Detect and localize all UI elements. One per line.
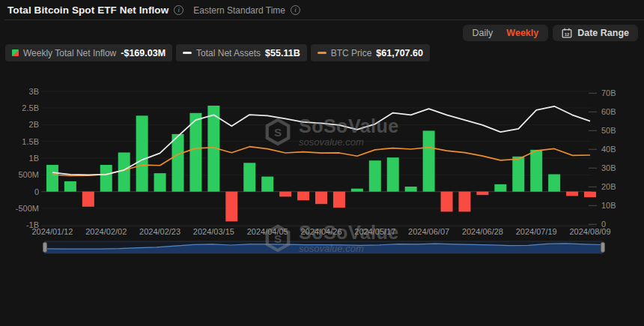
left-axis-label: 2B bbox=[29, 120, 39, 129]
right-axis-label: 30B bbox=[601, 163, 616, 172]
inflow-swatch-icon bbox=[12, 49, 19, 56]
net-inflow-bar[interactable] bbox=[423, 130, 435, 191]
net-inflow-bar[interactable] bbox=[351, 189, 363, 192]
net-inflow-bar[interactable] bbox=[297, 192, 309, 201]
legend-label: BTC Price bbox=[331, 48, 372, 58]
legend-label: Weekly Total Net Inflow bbox=[23, 48, 116, 58]
etf-dashboard: Total Bitcoin Spot ETF Net Inflow i East… bbox=[0, 0, 644, 326]
legend-chip-btc-price[interactable]: BTC Price $61,707.60 bbox=[311, 44, 430, 61]
navigator-handle-left[interactable] bbox=[43, 243, 47, 253]
right-axis-label: 20B bbox=[601, 182, 616, 191]
net-assets-line[interactable] bbox=[52, 106, 590, 175]
net-inflow-bar[interactable] bbox=[458, 192, 470, 212]
daily-button[interactable]: Daily bbox=[466, 28, 500, 38]
net-inflow-bar[interactable] bbox=[405, 187, 417, 192]
left-axis-label: 0 bbox=[34, 187, 39, 196]
x-axis-label: 2024/06/07 bbox=[408, 227, 449, 236]
legend-chip-net-inflow[interactable]: Weekly Total Net Inflow -$169.03M bbox=[5, 44, 172, 61]
net-inflow-bar[interactable] bbox=[512, 157, 524, 192]
net-inflow-bar[interactable] bbox=[172, 134, 184, 192]
page-title: Total Bitcoin Spot ETF Net Inflow bbox=[7, 4, 168, 16]
net-inflow-bar[interactable] bbox=[261, 177, 273, 192]
left-axis-label: -500M bbox=[16, 204, 39, 213]
net-inflow-bar[interactable] bbox=[315, 192, 327, 205]
etf-inflow-chart[interactable]: 3B2.5B2B1.5B1B500M0-500M-1B70B60B50B40B3… bbox=[0, 71, 644, 259]
net-inflow-bar[interactable] bbox=[530, 150, 542, 192]
x-axis-label: 2024/04/05 bbox=[247, 227, 288, 236]
x-axis-label: 2024/07/19 bbox=[516, 227, 557, 236]
view-toggle: Daily Weekly bbox=[463, 25, 549, 41]
x-axis-label: 2024/02/23 bbox=[139, 227, 180, 236]
svg-text:12: 12 bbox=[565, 32, 570, 37]
net-inflow-bar[interactable] bbox=[136, 115, 148, 191]
net-inflow-bar[interactable] bbox=[189, 113, 201, 192]
header: Total Bitcoin Spot ETF Net Inflow i East… bbox=[7, 4, 300, 16]
net-inflow-bar[interactable] bbox=[118, 152, 130, 191]
legend-chip-net-assets[interactable]: Total Net Assets $55.11B bbox=[176, 44, 307, 61]
legend-value: $55.11B bbox=[265, 48, 300, 58]
net-inflow-bar[interactable] bbox=[100, 165, 112, 192]
right-axis-label: 50B bbox=[601, 126, 616, 135]
net-inflow-bar[interactable] bbox=[369, 160, 381, 192]
x-axis-label: 2024/08/09 bbox=[570, 227, 611, 236]
net-inflow-bar[interactable] bbox=[64, 181, 76, 192]
weekly-button[interactable]: Weekly bbox=[499, 28, 545, 38]
left-axis-label: 500M bbox=[18, 170, 39, 179]
net-inflow-bar[interactable] bbox=[225, 192, 237, 222]
net-inflow-bar[interactable] bbox=[387, 157, 399, 192]
right-axis-label: 40B bbox=[601, 145, 616, 154]
x-axis-label: 2024/04/26 bbox=[300, 227, 341, 236]
timezone-label: Eastern Standard Time bbox=[193, 5, 285, 16]
x-axis-label: 2024/05/17 bbox=[354, 227, 395, 236]
info-icon[interactable]: i bbox=[174, 5, 183, 15]
left-axis-label: 3B bbox=[29, 87, 39, 96]
net-inflow-bar[interactable] bbox=[494, 184, 506, 192]
btc-swatch-icon bbox=[318, 52, 326, 54]
date-range-button[interactable]: 12 Date Range bbox=[553, 25, 638, 41]
left-axis-label: 2.5B bbox=[22, 103, 39, 112]
net-inflow-bar[interactable] bbox=[279, 192, 291, 197]
header-divider bbox=[4, 19, 644, 20]
right-axis-label: 70B bbox=[601, 88, 616, 97]
right-axis-label: 10B bbox=[601, 201, 616, 210]
net-inflow-bar[interactable] bbox=[584, 192, 596, 198]
net-inflow-bar[interactable] bbox=[548, 174, 560, 191]
x-axis-label: 2024/03/15 bbox=[193, 227, 234, 236]
calendar-icon: 12 bbox=[562, 28, 572, 38]
timezone-info-icon[interactable]: i bbox=[291, 5, 300, 15]
assets-swatch-icon bbox=[183, 52, 192, 54]
legend-value: -$169.03M bbox=[121, 48, 165, 58]
navigator-handle-right[interactable] bbox=[601, 243, 605, 253]
btc-price-line[interactable] bbox=[52, 147, 590, 176]
net-inflow-bar[interactable] bbox=[566, 192, 578, 196]
net-inflow-bar[interactable] bbox=[243, 163, 255, 191]
x-axis-label: 2024/02/02 bbox=[85, 227, 127, 236]
date-range-label: Date Range bbox=[577, 28, 629, 38]
x-axis-label: 2024/01/12 bbox=[31, 227, 73, 236]
legend-value: $61,707.60 bbox=[376, 48, 423, 58]
controls: Daily Weekly 12 Date Range bbox=[463, 25, 638, 41]
net-inflow-bar[interactable] bbox=[82, 192, 94, 207]
legend-label: Total Net Assets bbox=[196, 48, 261, 58]
net-inflow-bar[interactable] bbox=[154, 173, 166, 192]
net-inflow-bar[interactable] bbox=[46, 165, 58, 192]
left-axis-label: 1.5B bbox=[22, 137, 39, 146]
left-axis-label: 1B bbox=[29, 154, 39, 163]
x-axis-label: 2024/06/28 bbox=[462, 227, 503, 236]
right-axis-label: 60B bbox=[601, 107, 616, 116]
net-inflow-bar[interactable] bbox=[441, 192, 453, 212]
chart-legend: Weekly Total Net Inflow -$169.03M Total … bbox=[5, 44, 430, 61]
net-inflow-bar[interactable] bbox=[476, 192, 488, 195]
net-inflow-bar[interactable] bbox=[333, 192, 345, 208]
